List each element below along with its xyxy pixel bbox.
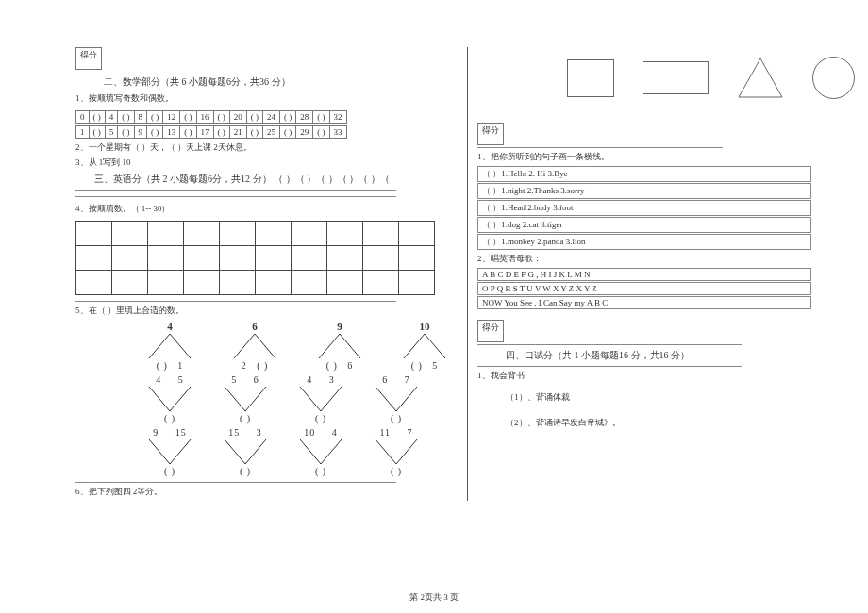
- svg-line-23: [376, 439, 396, 464]
- shape-square: [567, 59, 614, 97]
- svg-line-10: [170, 387, 191, 411]
- svg-line-11: [225, 387, 245, 411]
- svg-line-5: [319, 334, 340, 358]
- svg-line-24: [396, 439, 417, 464]
- svg-line-19: [225, 439, 245, 464]
- svg-line-16: [396, 387, 417, 411]
- svg-marker-0: [739, 58, 782, 97]
- svg-line-8: [425, 334, 445, 358]
- oral-q1: 1、我会背书: [477, 370, 811, 382]
- shape-rectangle: [643, 61, 709, 94]
- eng-q1: 1、把你所听到的句子画一条横线。: [477, 151, 811, 163]
- svg-line-21: [300, 439, 321, 464]
- svg-line-2: [170, 334, 191, 358]
- oral-section-title: 四、口试分（共 1 小题每题16 分，共16 分）: [506, 349, 811, 362]
- svg-line-7: [404, 334, 425, 358]
- svg-line-12: [245, 387, 266, 411]
- underline: [477, 366, 742, 367]
- left-column: 得分 二、数学部分（共 6 小题每题6分，共36 分） 1、按顺填写奇数和偶数。…: [75, 47, 468, 501]
- even-row-table: 0( )4( )8( )12( )16( )20( )24( )28( )32: [75, 110, 347, 124]
- svg-line-6: [340, 334, 360, 358]
- q2-text: 2、一个星期有（ ）天，（ ）天上课 2天休息。: [75, 141, 453, 154]
- underline: [477, 147, 723, 148]
- underline: [75, 190, 396, 191]
- q6-text: 6、把下列图四 2等分。: [75, 486, 453, 498]
- tree-row-bot: 9 15( )15 3( )10 4( )11 7( ): [142, 427, 453, 476]
- svg-line-9: [149, 387, 170, 411]
- svg-line-22: [321, 439, 342, 464]
- tree-row-top: 4( ) 162 ( )9( ) 610( ) 5: [142, 321, 453, 371]
- q3-text: 3、从 1写到 10: [75, 157, 453, 169]
- score-box-english: 得分: [477, 123, 504, 145]
- oral-i2: （2）、背诵诗早发白帝城》。: [506, 417, 811, 429]
- page-footer: 第 2页共 3 页: [0, 591, 868, 604]
- svg-line-18: [170, 439, 191, 464]
- svg-line-20: [245, 439, 266, 464]
- shape-triangle: [737, 57, 784, 99]
- underline: [75, 482, 396, 483]
- underline: [75, 108, 283, 108]
- shapes-row: [567, 57, 855, 99]
- svg-line-14: [321, 387, 342, 411]
- underline: [75, 196, 396, 197]
- english-section-title: 三、英语分（共 2 小题每题6分，共12 分） （ ）（ ）（ ）（ ）（ ）（: [94, 173, 453, 186]
- eng-q2: 2、唱英语母歌：: [477, 253, 811, 265]
- alphabet-song: A B C D E F G , H I J K L M NO P Q R S T…: [477, 268, 811, 309]
- q5-text: 5、在（ ）里填上合适的数。: [75, 305, 453, 317]
- svg-line-13: [300, 387, 321, 411]
- fill-grid: [75, 221, 435, 295]
- oral-i1: （1）、背诵体裁: [506, 391, 811, 404]
- svg-line-15: [376, 387, 396, 411]
- score-box-oral: 得分: [477, 320, 504, 342]
- svg-line-17: [149, 439, 170, 464]
- right-column: 得分 1、把你所听到的句子画一条横线。 （ ）1.Hello 2. Hi 3.B…: [468, 47, 811, 501]
- shape-circle: [812, 57, 855, 99]
- svg-line-1: [149, 334, 170, 358]
- score-box-math: 得分: [75, 47, 102, 70]
- svg-line-3: [234, 334, 255, 358]
- math-section-title: 二、数学部分（共 6 小题每题6分，共36 分）: [104, 75, 453, 89]
- tree-row-mid: 4 5( )5 6( )4 3( )6 7( ): [142, 374, 453, 423]
- svg-line-4: [255, 334, 275, 358]
- q1-text: 1、按顺填写奇数和偶数。: [75, 92, 453, 105]
- underline: [75, 301, 396, 302]
- q4-text: 4、按顺填数。（ 1-- 30）: [75, 203, 453, 215]
- english-options: （ ）1.Hello 2. Hi 3.Bye（ ）1.night 2.Thank…: [477, 166, 811, 250]
- underline: [477, 344, 742, 345]
- odd-row-table: 1( )5( )9( )13( )17( )21( )25( )29( )33: [75, 125, 347, 139]
